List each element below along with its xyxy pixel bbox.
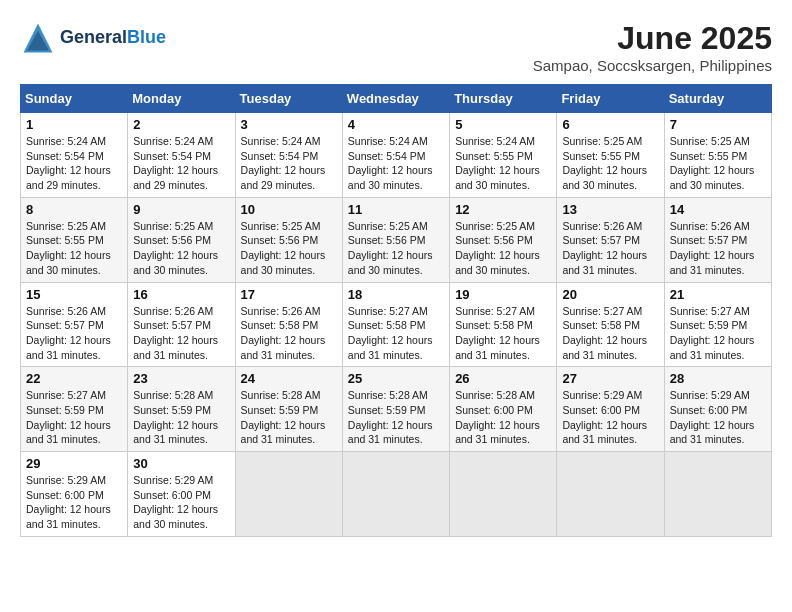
day-info: Sunrise: 5:27 AM Sunset: 5:58 PM Dayligh… bbox=[562, 304, 658, 363]
day-info: Sunrise: 5:29 AM Sunset: 6:00 PM Dayligh… bbox=[133, 473, 229, 532]
calendar-cell: 26Sunrise: 5:28 AM Sunset: 6:00 PM Dayli… bbox=[450, 367, 557, 452]
day-info: Sunrise: 5:24 AM Sunset: 5:55 PM Dayligh… bbox=[455, 134, 551, 193]
weekday-header-sunday: Sunday bbox=[21, 85, 128, 113]
day-info: Sunrise: 5:24 AM Sunset: 5:54 PM Dayligh… bbox=[348, 134, 444, 193]
day-number: 4 bbox=[348, 117, 444, 132]
day-info: Sunrise: 5:26 AM Sunset: 5:57 PM Dayligh… bbox=[26, 304, 122, 363]
day-info: Sunrise: 5:25 AM Sunset: 5:55 PM Dayligh… bbox=[670, 134, 766, 193]
header: GeneralBlue June 2025 Sampao, Soccsksarg… bbox=[20, 20, 772, 74]
day-number: 30 bbox=[133, 456, 229, 471]
calendar-cell: 8Sunrise: 5:25 AM Sunset: 5:55 PM Daylig… bbox=[21, 197, 128, 282]
day-number: 26 bbox=[455, 371, 551, 386]
day-number: 10 bbox=[241, 202, 337, 217]
calendar-cell: 4Sunrise: 5:24 AM Sunset: 5:54 PM Daylig… bbox=[342, 113, 449, 198]
day-info: Sunrise: 5:26 AM Sunset: 5:57 PM Dayligh… bbox=[133, 304, 229, 363]
day-number: 20 bbox=[562, 287, 658, 302]
day-info: Sunrise: 5:25 AM Sunset: 5:56 PM Dayligh… bbox=[241, 219, 337, 278]
logo: GeneralBlue bbox=[20, 20, 166, 56]
weekday-header-saturday: Saturday bbox=[664, 85, 771, 113]
day-number: 6 bbox=[562, 117, 658, 132]
calendar-cell: 15Sunrise: 5:26 AM Sunset: 5:57 PM Dayli… bbox=[21, 282, 128, 367]
day-info: Sunrise: 5:27 AM Sunset: 5:58 PM Dayligh… bbox=[348, 304, 444, 363]
calendar-cell: 12Sunrise: 5:25 AM Sunset: 5:56 PM Dayli… bbox=[450, 197, 557, 282]
calendar-cell: 14Sunrise: 5:26 AM Sunset: 5:57 PM Dayli… bbox=[664, 197, 771, 282]
calendar-cell: 27Sunrise: 5:29 AM Sunset: 6:00 PM Dayli… bbox=[557, 367, 664, 452]
calendar-cell: 28Sunrise: 5:29 AM Sunset: 6:00 PM Dayli… bbox=[664, 367, 771, 452]
day-info: Sunrise: 5:28 AM Sunset: 5:59 PM Dayligh… bbox=[348, 388, 444, 447]
day-number: 18 bbox=[348, 287, 444, 302]
calendar-cell bbox=[450, 452, 557, 537]
weekday-header-thursday: Thursday bbox=[450, 85, 557, 113]
day-info: Sunrise: 5:27 AM Sunset: 5:58 PM Dayligh… bbox=[455, 304, 551, 363]
calendar-cell: 16Sunrise: 5:26 AM Sunset: 5:57 PM Dayli… bbox=[128, 282, 235, 367]
calendar-cell: 10Sunrise: 5:25 AM Sunset: 5:56 PM Dayli… bbox=[235, 197, 342, 282]
calendar-cell: 20Sunrise: 5:27 AM Sunset: 5:58 PM Dayli… bbox=[557, 282, 664, 367]
day-number: 22 bbox=[26, 371, 122, 386]
day-number: 8 bbox=[26, 202, 122, 217]
day-number: 19 bbox=[455, 287, 551, 302]
calendar-subtitle: Sampao, Soccsksargen, Philippines bbox=[533, 57, 772, 74]
calendar-cell bbox=[342, 452, 449, 537]
day-number: 28 bbox=[670, 371, 766, 386]
day-info: Sunrise: 5:28 AM Sunset: 5:59 PM Dayligh… bbox=[133, 388, 229, 447]
day-info: Sunrise: 5:25 AM Sunset: 5:56 PM Dayligh… bbox=[455, 219, 551, 278]
day-number: 1 bbox=[26, 117, 122, 132]
day-number: 3 bbox=[241, 117, 337, 132]
title-area: June 2025 Sampao, Soccsksargen, Philippi… bbox=[533, 20, 772, 74]
week-row-4: 22Sunrise: 5:27 AM Sunset: 5:59 PM Dayli… bbox=[21, 367, 772, 452]
calendar-cell: 21Sunrise: 5:27 AM Sunset: 5:59 PM Dayli… bbox=[664, 282, 771, 367]
day-number: 25 bbox=[348, 371, 444, 386]
day-info: Sunrise: 5:29 AM Sunset: 6:00 PM Dayligh… bbox=[26, 473, 122, 532]
calendar-cell: 23Sunrise: 5:28 AM Sunset: 5:59 PM Dayli… bbox=[128, 367, 235, 452]
day-number: 9 bbox=[133, 202, 229, 217]
day-info: Sunrise: 5:24 AM Sunset: 5:54 PM Dayligh… bbox=[26, 134, 122, 193]
calendar-cell: 17Sunrise: 5:26 AM Sunset: 5:58 PM Dayli… bbox=[235, 282, 342, 367]
calendar-cell bbox=[557, 452, 664, 537]
calendar-cell: 24Sunrise: 5:28 AM Sunset: 5:59 PM Dayli… bbox=[235, 367, 342, 452]
day-number: 12 bbox=[455, 202, 551, 217]
calendar-cell: 1Sunrise: 5:24 AM Sunset: 5:54 PM Daylig… bbox=[21, 113, 128, 198]
weekday-header-row: SundayMondayTuesdayWednesdayThursdayFrid… bbox=[21, 85, 772, 113]
day-info: Sunrise: 5:27 AM Sunset: 5:59 PM Dayligh… bbox=[26, 388, 122, 447]
day-number: 11 bbox=[348, 202, 444, 217]
calendar-cell: 30Sunrise: 5:29 AM Sunset: 6:00 PM Dayli… bbox=[128, 452, 235, 537]
weekday-header-tuesday: Tuesday bbox=[235, 85, 342, 113]
day-number: 17 bbox=[241, 287, 337, 302]
day-info: Sunrise: 5:25 AM Sunset: 5:55 PM Dayligh… bbox=[562, 134, 658, 193]
weekday-header-friday: Friday bbox=[557, 85, 664, 113]
day-number: 24 bbox=[241, 371, 337, 386]
calendar-cell: 9Sunrise: 5:25 AM Sunset: 5:56 PM Daylig… bbox=[128, 197, 235, 282]
day-info: Sunrise: 5:24 AM Sunset: 5:54 PM Dayligh… bbox=[241, 134, 337, 193]
day-info: Sunrise: 5:28 AM Sunset: 6:00 PM Dayligh… bbox=[455, 388, 551, 447]
calendar-cell: 19Sunrise: 5:27 AM Sunset: 5:58 PM Dayli… bbox=[450, 282, 557, 367]
day-number: 21 bbox=[670, 287, 766, 302]
day-number: 16 bbox=[133, 287, 229, 302]
weekday-header-monday: Monday bbox=[128, 85, 235, 113]
day-number: 7 bbox=[670, 117, 766, 132]
day-info: Sunrise: 5:24 AM Sunset: 5:54 PM Dayligh… bbox=[133, 134, 229, 193]
calendar-cell bbox=[664, 452, 771, 537]
week-row-2: 8Sunrise: 5:25 AM Sunset: 5:55 PM Daylig… bbox=[21, 197, 772, 282]
week-row-5: 29Sunrise: 5:29 AM Sunset: 6:00 PM Dayli… bbox=[21, 452, 772, 537]
calendar-cell: 6Sunrise: 5:25 AM Sunset: 5:55 PM Daylig… bbox=[557, 113, 664, 198]
day-info: Sunrise: 5:26 AM Sunset: 5:57 PM Dayligh… bbox=[670, 219, 766, 278]
day-info: Sunrise: 5:28 AM Sunset: 5:59 PM Dayligh… bbox=[241, 388, 337, 447]
logo-icon bbox=[20, 20, 56, 56]
calendar-title: June 2025 bbox=[533, 20, 772, 57]
week-row-3: 15Sunrise: 5:26 AM Sunset: 5:57 PM Dayli… bbox=[21, 282, 772, 367]
day-info: Sunrise: 5:27 AM Sunset: 5:59 PM Dayligh… bbox=[670, 304, 766, 363]
calendar-table: SundayMondayTuesdayWednesdayThursdayFrid… bbox=[20, 84, 772, 537]
day-info: Sunrise: 5:26 AM Sunset: 5:57 PM Dayligh… bbox=[562, 219, 658, 278]
day-number: 15 bbox=[26, 287, 122, 302]
day-info: Sunrise: 5:26 AM Sunset: 5:58 PM Dayligh… bbox=[241, 304, 337, 363]
calendar-cell: 22Sunrise: 5:27 AM Sunset: 5:59 PM Dayli… bbox=[21, 367, 128, 452]
day-number: 23 bbox=[133, 371, 229, 386]
calendar-cell: 3Sunrise: 5:24 AM Sunset: 5:54 PM Daylig… bbox=[235, 113, 342, 198]
day-number: 27 bbox=[562, 371, 658, 386]
day-number: 14 bbox=[670, 202, 766, 217]
day-info: Sunrise: 5:25 AM Sunset: 5:56 PM Dayligh… bbox=[348, 219, 444, 278]
day-number: 29 bbox=[26, 456, 122, 471]
day-number: 13 bbox=[562, 202, 658, 217]
calendar-cell: 5Sunrise: 5:24 AM Sunset: 5:55 PM Daylig… bbox=[450, 113, 557, 198]
calendar-cell: 18Sunrise: 5:27 AM Sunset: 5:58 PM Dayli… bbox=[342, 282, 449, 367]
